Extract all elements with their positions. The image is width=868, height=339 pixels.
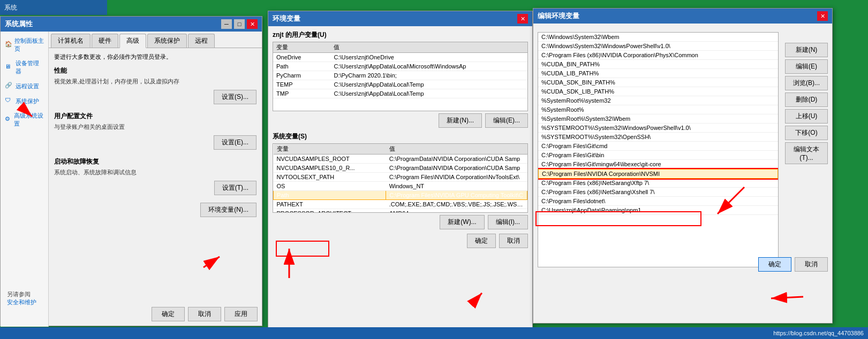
tab-hardware[interactable]: 硬件 [92, 34, 118, 48]
edit-text-btn[interactable]: 编辑文本(T)... [785, 142, 828, 164]
edit-env-list-item[interactable]: C:\Program Files\Git\mingw64\libexec\git… [538, 160, 778, 169]
edit-up-btn[interactable]: 上移(U) [785, 109, 828, 124]
edit-cancel-btn[interactable]: 取消 [795, 257, 828, 272]
edit-env-list-item[interactable]: %CUDA_LIB_PATH% [538, 69, 778, 78]
perf-section: 性能 视觉效果,处理器计划，内存使用，以及虚拟内存 设置(S)... [54, 66, 256, 104]
sys-var-row[interactable]: PROCESSOR_ARCHITECT...AMD64 [274, 209, 527, 213]
tab-advanced[interactable]: 高级 [119, 34, 146, 48]
sys-props-ok-btn[interactable]: 确定 [152, 307, 185, 321]
sys-props-sidenav: 🏠 控制面板主页 🖥 设备管理器 🔗 远程设置 🛡 系统保护 ⚙ 高级系统设置 … [1, 32, 49, 327]
user-var-row[interactable]: PathC:\Users\znjt\AppData\Local\Microsof… [273, 62, 527, 71]
user-var-row[interactable]: PyCharmD:\PyCharm 2020.1\bin; [273, 71, 527, 80]
sys-props-titlebar: 系统属性 ─ □ ✕ [1, 17, 262, 32]
edit-env-list-item[interactable]: %SystemRoot%\System32\Wbem [538, 114, 778, 124]
edit-down-btn[interactable]: 下移(O) [785, 126, 828, 140]
env-vars-btn[interactable]: 环境变量(N)... [200, 203, 256, 217]
edit-delete-btn[interactable]: 删除(D) [785, 93, 828, 107]
user-vars-table-container[interactable]: 变量 值 OneDriveC:\Users\znjt\OneDrivePathC… [273, 42, 528, 111]
nav-advanced[interactable]: ⚙ 高级系统设置 [1, 109, 48, 131]
status-url: https://blog.csdn.net/qq_44703886 [773, 330, 864, 336]
taskbar: 系统 [0, 0, 107, 15]
perf-settings-btn[interactable]: 设置(S)... [214, 90, 256, 104]
sys-props-apply-btn[interactable]: 应用 [224, 307, 258, 321]
edit-edit-btn[interactable]: 编辑(E) [785, 59, 828, 74]
nav-sys-protect[interactable]: 🛡 系统保护 [1, 94, 48, 109]
sys-props-bottom-btns: 确定 取消 应用 [152, 307, 258, 321]
user-var-name: TEMP [273, 80, 330, 89]
sys-vars-table-container[interactable]: 变量 值 NVCUDASAMPLES_ROOTC:\ProgramData\NV… [273, 143, 528, 213]
sys-var-row[interactable]: OSWindows_NT [274, 182, 527, 191]
edit-env-list-item[interactable]: %SystemRoot%\system32 [538, 96, 778, 105]
nav-remote[interactable]: 🔗 远程设置 [1, 79, 48, 94]
sys-var-row[interactable]: NVCUDASAMPLES_ROOTC:\ProgramData\NVIDIA … [274, 155, 527, 164]
sys-var-name: OS [274, 182, 386, 191]
sys-var-row[interactable]: NVTOOLSEXT_PATHC:\Program Files\NVIDIA C… [274, 173, 527, 182]
shield-icon: 🛡 [5, 97, 13, 105]
edit-env-list-item[interactable]: C:\Windows\System32\Wbem [538, 33, 778, 42]
edit-env-list-item[interactable]: C:\Program Files (x86)\NVIDIA Corporatio… [538, 51, 778, 60]
user-var-name: Path [273, 62, 330, 71]
startup-title: 启动和故障恢复 [54, 157, 256, 166]
sys-var-row[interactable]: NVCUDASAMPLES10_0_R...C:\ProgramData\NVI… [274, 164, 527, 173]
user-var-row[interactable]: OneDriveC:\Users\znjt\OneDrive [273, 53, 527, 62]
edit-env-list-item[interactable]: C:\Windows\System32\WindowsPowerShell\v1… [538, 42, 778, 51]
nav-advanced-label: 高级系统设置 [14, 112, 44, 128]
edit-new-btn[interactable]: 新建(N) [785, 43, 828, 57]
tab-remote[interactable]: 远程 [188, 34, 215, 48]
edit-ok-btn[interactable]: 确定 [758, 257, 791, 272]
edit-env-list-item[interactable]: C:\Program Files\Git\cmd [538, 142, 778, 151]
tab-sys-protect[interactable]: 系统保护 [147, 34, 187, 48]
user-new-btn[interactable]: 新建(N)... [439, 113, 482, 128]
sys-props-cancel-btn[interactable]: 取消 [188, 307, 221, 321]
env-vars-titlebar: 环境变量 ✕ [268, 11, 532, 26]
edit-env-list-item[interactable]: C:\Program Files (x86)\NetSarang\Xftp 7\ [538, 179, 778, 188]
env-cancel-btn[interactable]: 取消 [499, 234, 528, 248]
edit-env-window: 编辑环境变量 ✕ C:\Windows\System32\WbemC:\Wind… [533, 8, 833, 323]
edit-env-list-item[interactable]: C:\Program Files\Git\bin [538, 151, 778, 160]
edit-env-close[interactable]: ✕ [817, 11, 828, 21]
tab-computer-name[interactable]: 计算机名 [51, 34, 90, 48]
sys-edit-btn[interactable]: 编辑(I)... [488, 215, 528, 229]
edit-env-list-item[interactable]: C:\Program Files (x86)\NetSarang\Xshell … [538, 188, 778, 197]
startup-settings-btn[interactable]: 设置(T)... [214, 181, 256, 195]
sys-props-minimize[interactable]: ─ [221, 19, 232, 29]
sys-val-col-header: 值 [386, 144, 527, 155]
edit-env-list-item[interactable]: %SYSTEMROOT%\System32\OpenSSH\ [538, 133, 778, 142]
user-var-row[interactable]: TEMPC:\Users\znjt\AppData\Local\Temp [273, 80, 527, 89]
edit-env-list-item[interactable]: %CUDA_SDK_BIN_PATH% [538, 78, 778, 87]
sys-props-close[interactable]: ✕ [247, 19, 258, 29]
edit-env-list-item[interactable]: C:\Users\znjt\AppData\Roaming\npm1 [538, 206, 778, 215]
sys-new-btn[interactable]: 新建(W)... [440, 215, 484, 229]
sys-props-maximize[interactable]: □ [234, 19, 245, 29]
env-vars-close[interactable]: ✕ [517, 14, 528, 24]
env-vars-title: 环境变量 [273, 14, 300, 24]
edit-browse-btn[interactable]: 浏览(B)... [785, 76, 828, 90]
edit-env-list-item[interactable]: C:\Program Files\NVIDIA Corporation\NVSM… [538, 169, 778, 179]
env-vars-content: znjt 的用户变量(U) 变量 值 OneDriveC:\Users\znjt… [268, 26, 532, 252]
user-var-val: C:\Users\znjt\OneDrive [330, 53, 527, 62]
startup-desc: 系统启动、系统故障和调试信息 [54, 168, 256, 176]
env-ok-btn[interactable]: 确定 [467, 234, 496, 248]
user-var-val: D:\PyCharm 2020.1\bin; [330, 71, 527, 80]
status-bar: https://blog.csdn.net/qq_44703886 [0, 327, 868, 339]
sys-var-row[interactable]: PathC:\Program Files\NVIDIA GPU Computin… [274, 191, 527, 200]
user-edit-btn[interactable]: 编辑(E)... [485, 113, 528, 128]
sys-props-main: 要进行大多数更改，你必须作为管理员登录。 性能 视觉效果,处理器计划，内存使用，… [49, 48, 262, 326]
sys-var-name: NVCUDASAMPLES10_0_R... [274, 164, 386, 173]
edit-env-list-item[interactable]: %SYSTEMROOT%\System32\WindowsPowerShell\… [538, 124, 778, 133]
edit-env-list-item[interactable]: %CUDA_BIN_PATH% [538, 60, 778, 69]
user-var-row[interactable]: TMPC:\Users\znjt\AppData\Local\Temp [273, 89, 527, 98]
also-see-security[interactable]: 安全和维护 [7, 298, 36, 306]
edit-env-list-item[interactable]: C:\Program Files\dotnet\ [538, 197, 778, 206]
user-profile-settings-btn[interactable]: 设置(E)... [214, 135, 256, 150]
nav-home[interactable]: 🏠 控制面板主页 [1, 34, 48, 56]
user-var-val: C:\Users\znjt\AppData\Local\Temp [330, 89, 527, 98]
nav-device-manager[interactable]: 🖥 设备管理器 [1, 56, 48, 79]
edit-env-list-item[interactable]: %CUDA_SDK_LIB_PATH% [538, 87, 778, 96]
sys-var-val: C:\Program Files\NVIDIA Corporation\NvTo… [386, 173, 527, 182]
edit-env-list-container[interactable]: C:\Windows\System32\WbemC:\Windows\Syste… [538, 32, 779, 267]
device-icon: 🖥 [5, 63, 13, 72]
user-var-name: TMP [273, 89, 330, 98]
edit-env-list-item[interactable]: %SystemRoot% [538, 105, 778, 114]
sys-var-row[interactable]: PATHEXT.COM;.EXE;.BAT;.CMD;.VBS;.VBE;.JS… [274, 200, 527, 209]
